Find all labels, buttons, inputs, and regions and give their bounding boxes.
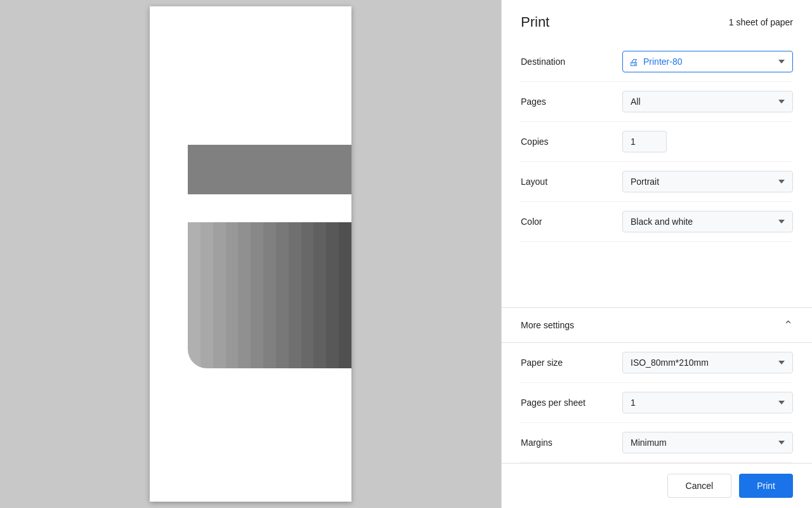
gradient-bar-1 [188, 222, 200, 368]
panel-title: Print [521, 14, 549, 30]
gradient-bar-2 [200, 222, 213, 368]
gradient-bar-7 [263, 222, 276, 368]
paper-size-label: Paper size [521, 358, 622, 368]
copies-control [622, 131, 793, 152]
paper-size-select[interactable]: ISO_80mm*210mm Letter A4 [622, 352, 793, 373]
pages-label: Pages [521, 97, 622, 107]
gradient-bar-13 [339, 222, 351, 368]
cancel-button[interactable]: Cancel [667, 474, 732, 498]
chevron-up-icon: ⌃ [783, 318, 793, 332]
preview-area [0, 0, 501, 508]
more-settings-label: More settings [521, 320, 574, 330]
gradient-bar-10 [301, 222, 314, 368]
color-label: Color [521, 217, 622, 227]
layout-label: Layout [521, 177, 622, 187]
margins-label: Margins [521, 438, 622, 448]
more-settings-toggle[interactable]: More settings ⌃ [502, 307, 812, 343]
panel-header: Print 1 sheet of paper [502, 0, 812, 42]
copies-row: Copies [521, 122, 793, 162]
gradient-bar-5 [238, 222, 251, 368]
pages-control: All Custom [622, 91, 793, 112]
copies-input[interactable] [622, 131, 667, 152]
gradient-bar-11 [313, 222, 326, 368]
pages-select[interactable]: All Custom [622, 91, 793, 112]
gradient-bar-3 [213, 222, 226, 368]
margins-control: Minimum Default None Custom [622, 432, 793, 453]
gradient-bar-12 [326, 222, 339, 368]
preview-bar-solid [188, 145, 351, 194]
destination-control: 🖨 Printer-80 Save as PDF Microsoft Print… [622, 51, 793, 72]
pages-per-sheet-control: 1 2 4 [622, 392, 793, 413]
sheet-count: 1 sheet of paper [729, 17, 793, 27]
margins-row: Margins Minimum Default None Custom [521, 423, 793, 463]
pages-per-sheet-row: Pages per sheet 1 2 4 [521, 383, 793, 423]
settings-section: Destination 🖨 Printer-80 Save as PDF Mic… [502, 42, 812, 307]
panel-footer: Cancel Print [502, 463, 812, 508]
layout-select[interactable]: Portrait Landscape [622, 171, 793, 192]
margins-select[interactable]: Minimum Default None Custom [622, 432, 793, 453]
paper-size-control: ISO_80mm*210mm Letter A4 [622, 352, 793, 373]
expanded-settings: Paper size ISO_80mm*210mm Letter A4 Page… [502, 343, 812, 463]
destination-label: Destination [521, 57, 622, 67]
color-row: Color Black and white Color [521, 202, 793, 242]
gradient-bars [188, 222, 351, 368]
gradient-bar-9 [289, 222, 301, 368]
gradient-bar-6 [251, 222, 263, 368]
color-control: Black and white Color [622, 211, 793, 232]
print-panel: Print 1 sheet of paper Destination 🖨 Pri… [501, 0, 812, 508]
page-preview [150, 6, 351, 502]
color-select[interactable]: Black and white Color [622, 211, 793, 232]
gradient-bar-8 [276, 222, 289, 368]
layout-control: Portrait Landscape [622, 171, 793, 192]
print-button[interactable]: Print [739, 474, 793, 498]
copies-label: Copies [521, 137, 622, 147]
preview-gradient-shape [188, 222, 351, 368]
pages-row: Pages All Custom [521, 82, 793, 122]
pages-per-sheet-label: Pages per sheet [521, 398, 622, 408]
gradient-bar-4 [226, 222, 239, 368]
destination-select[interactable]: Printer-80 Save as PDF Microsoft Print t… [622, 51, 793, 72]
pages-per-sheet-select[interactable]: 1 2 4 [622, 392, 793, 413]
layout-row: Layout Portrait Landscape [521, 162, 793, 202]
paper-size-row: Paper size ISO_80mm*210mm Letter A4 [521, 343, 793, 383]
destination-row: Destination 🖨 Printer-80 Save as PDF Mic… [521, 42, 793, 82]
